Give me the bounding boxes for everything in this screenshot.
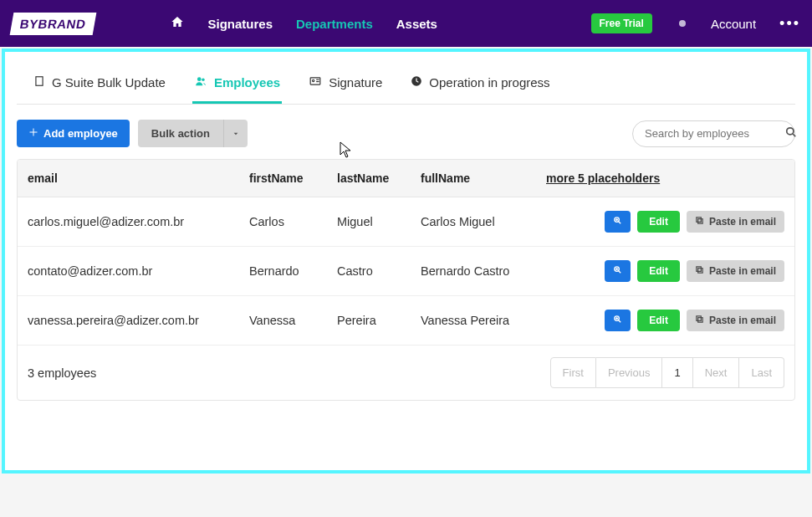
cell-firstname: Vanessa [249, 314, 337, 327]
search-input-wrap[interactable] [632, 120, 795, 147]
table-footer: 3 employees First Previous 1 Next Last [18, 346, 794, 400]
row-actions: Edit Paste in email [546, 260, 784, 282]
cell-email: contato@adizer.com.br [28, 264, 249, 278]
cell-lastname: Pereira [337, 314, 421, 327]
cell-fullname: Carlos Miguel [421, 215, 546, 228]
page-previous[interactable]: Previous [596, 357, 663, 388]
cell-firstname: Bernardo [249, 264, 337, 278]
employees-table: email firstName lastName fullName more 5… [17, 159, 795, 401]
svg-point-14 [787, 127, 794, 134]
topbar: BYBRAND Signatures Departments Assets Fr… [0, 0, 812, 47]
svg-rect-32 [698, 318, 703, 323]
cell-lastname: Miguel [337, 215, 421, 228]
svg-point-10 [313, 79, 314, 81]
bulk-action-caret[interactable] [223, 120, 248, 147]
tab-label: Signature [329, 75, 382, 90]
tab-label: Employees [214, 75, 280, 90]
chevron-down-icon [232, 127, 239, 140]
cell-firstname: Carlos [249, 215, 337, 228]
cell-email: vanessa.pereira@adizer.com.br [28, 314, 249, 327]
building-icon [33, 75, 45, 90]
paste-button[interactable]: Paste in email [687, 211, 784, 233]
magnify-icon [613, 315, 622, 326]
tab-label: G Suite Bulk Update [52, 75, 166, 90]
account-link[interactable]: Account [711, 17, 756, 31]
page-next[interactable]: Next [693, 357, 740, 388]
svg-line-17 [619, 221, 621, 223]
clock-icon [411, 75, 422, 90]
row-actions: Edit Paste in email [546, 211, 784, 233]
tab-gsuite[interactable]: G Suite Bulk Update [32, 64, 167, 104]
tab-label: Operation in progress [429, 75, 549, 90]
paste-label: Paste in email [709, 265, 776, 277]
edit-button[interactable]: Edit [637, 260, 680, 282]
tabbar: G Suite Bulk Update Employees Signature … [17, 64, 795, 105]
main-panel: G Suite Bulk Update Employees Signature … [5, 52, 807, 470]
edit-button[interactable]: Edit [637, 310, 680, 331]
copy-icon [695, 265, 704, 277]
col-lastname: lastName [337, 171, 421, 185]
nav-signatures[interactable]: Signatures [208, 17, 273, 31]
svg-line-29 [619, 320, 621, 322]
table-row: carlos.miguel@adizer.com.br Carlos Migue… [18, 197, 794, 247]
magnify-icon [613, 216, 622, 228]
nav-assets[interactable]: Assets [396, 17, 437, 31]
paste-label: Paste in email [709, 216, 776, 228]
svg-rect-26 [698, 269, 703, 274]
search-input[interactable] [645, 127, 785, 140]
svg-line-23 [619, 270, 621, 273]
brand-logo: BYBRAND [10, 13, 96, 35]
page-first[interactable]: First [550, 357, 596, 388]
users-icon [194, 75, 207, 90]
svg-rect-27 [697, 267, 702, 272]
table-row: vanessa.pereira@adizer.com.br Vanessa Pe… [18, 296, 794, 346]
page-current[interactable]: 1 [662, 357, 692, 388]
table-header: email firstName lastName fullName more 5… [18, 160, 794, 197]
notification-dot[interactable] [679, 20, 686, 27]
cell-email: carlos.miguel@adizer.com.br [28, 215, 249, 228]
search-icon [785, 126, 797, 141]
svg-point-8 [202, 79, 205, 82]
pagination: First Previous 1 Next Last [550, 357, 784, 388]
main-nav: Signatures Departments Assets [170, 15, 437, 32]
copy-icon [695, 315, 704, 326]
more-menu-icon[interactable]: ••• [779, 15, 800, 33]
paste-button[interactable]: Paste in email [687, 260, 784, 282]
toolbar: Add employee Bulk action [17, 105, 795, 159]
svg-point-7 [197, 77, 202, 81]
col-email: email [28, 171, 249, 185]
svg-rect-33 [697, 316, 702, 321]
page-last[interactable]: Last [739, 357, 784, 388]
nav-departments[interactable]: Departments [296, 17, 373, 31]
cell-fullname: Vanessa Pereira [421, 314, 546, 327]
plus-icon [28, 127, 38, 140]
home-icon[interactable] [170, 15, 185, 32]
col-fullname: fullName [421, 171, 546, 185]
table-row: contato@adizer.com.br Bernardo Castro Be… [18, 247, 794, 296]
col-more-placeholders[interactable]: more 5 placeholders [546, 171, 784, 185]
free-trial-button[interactable]: Free Trial [591, 13, 652, 33]
add-employee-label: Add employee [43, 127, 118, 140]
tab-operation[interactable]: Operation in progress [409, 64, 551, 104]
magnify-icon [613, 265, 622, 277]
tab-signature[interactable]: Signature [307, 64, 384, 104]
svg-rect-20 [698, 219, 703, 224]
row-actions: Edit Paste in email [546, 310, 784, 331]
bulk-action-button[interactable]: Bulk action [138, 120, 223, 147]
tab-employees[interactable]: Employees [192, 64, 282, 104]
view-button[interactable] [605, 310, 631, 331]
view-button[interactable] [605, 211, 631, 233]
paste-label: Paste in email [709, 315, 776, 326]
svg-line-15 [793, 133, 796, 136]
id-card-icon [309, 75, 322, 90]
col-firstname: firstName [249, 171, 337, 185]
add-employee-button[interactable]: Add employee [17, 120, 130, 147]
svg-rect-21 [697, 218, 702, 223]
copy-icon [695, 216, 704, 228]
view-button[interactable] [605, 260, 631, 282]
employee-count: 3 employees [28, 366, 550, 380]
paste-button[interactable]: Paste in email [687, 310, 784, 331]
edit-button[interactable]: Edit [637, 211, 680, 233]
cell-lastname: Castro [337, 264, 421, 278]
cell-fullname: Bernardo Castro [421, 264, 546, 278]
